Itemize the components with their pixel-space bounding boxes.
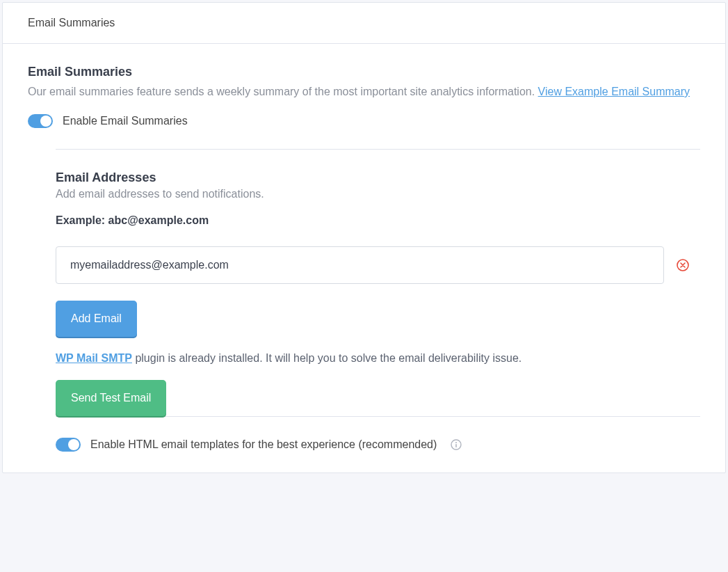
smtp-note: WP Mail SMTP plugin is already installed…: [56, 352, 700, 365]
email-summaries-panel: Email Summaries Email Summaries Our emai…: [2, 2, 726, 473]
enable-html-row: Enable HTML email templates for the best…: [56, 438, 700, 452]
toggle-knob: [68, 439, 79, 450]
panel-body: Email Summaries Our email summaries feat…: [3, 44, 725, 472]
remove-email-button[interactable]: [677, 259, 689, 271]
svg-rect-3: [456, 444, 458, 447]
svg-point-2: [455, 442, 457, 443]
toggle-knob: [40, 116, 51, 127]
enable-summaries-label: Enable Email Summaries: [63, 115, 188, 127]
email-input[interactable]: [56, 246, 664, 284]
enable-html-label: Enable HTML email templates for the best…: [90, 438, 437, 451]
email-addresses-description: Add email addresses to send notification…: [56, 188, 700, 200]
remove-circle-icon: [677, 259, 689, 271]
email-input-row: [56, 246, 700, 284]
description-text: Our email summaries feature sends a week…: [28, 86, 538, 97]
email-addresses-label: Email Addresses: [56, 170, 700, 185]
panel-header-title: Email Summaries: [28, 17, 115, 29]
enable-html-toggle[interactable]: [56, 438, 81, 452]
view-example-link[interactable]: View Example Email Summary: [538, 86, 690, 97]
smtp-after-text: plugin is already installed. It will hel…: [132, 352, 521, 364]
email-example-label: Example: abc@example.com: [56, 214, 700, 227]
wp-mail-smtp-link[interactable]: WP Mail SMTP: [56, 352, 132, 364]
add-email-button[interactable]: Add Email: [56, 301, 137, 337]
section-description: Our email summaries feature sends a week…: [28, 84, 700, 100]
enable-summaries-toggle[interactable]: [28, 114, 53, 128]
send-test-email-button[interactable]: Send Test Email: [56, 380, 166, 416]
section-title: Email Summaries: [28, 65, 700, 79]
divider-top: [56, 149, 700, 150]
divider-bottom: [56, 416, 700, 417]
add-email-wrap: Add Email: [56, 301, 700, 337]
panel-header: Email Summaries: [3, 3, 725, 44]
enable-summaries-row: Enable Email Summaries: [28, 114, 700, 128]
info-icon[interactable]: [451, 439, 462, 450]
email-config-section: Email Addresses Add email addresses to s…: [56, 149, 700, 452]
